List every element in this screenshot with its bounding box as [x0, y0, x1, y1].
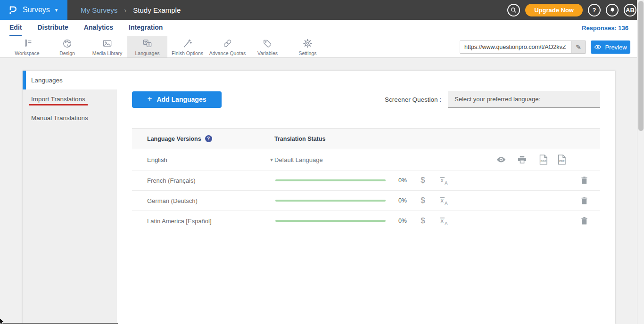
svg-text:A: A	[148, 42, 150, 47]
translation-percent: 0%	[389, 218, 407, 224]
responses-count-link[interactable]: Responses: 136	[582, 24, 628, 32]
breadcrumb-current: Study Example	[133, 6, 181, 14]
column-translation-status: Translation Status	[274, 136, 325, 142]
add-languages-button[interactable]: + Add Languages	[132, 91, 222, 108]
red-annotation-underline	[29, 104, 88, 105]
eye-icon	[496, 157, 506, 163]
paid-translation-button[interactable]: $	[419, 176, 427, 185]
tab-integration[interactable]: Integration	[129, 20, 163, 36]
user-avatar[interactable]: AB	[624, 4, 636, 16]
chevron-right-icon: ›	[124, 6, 126, 14]
questionpro-logo-icon	[7, 4, 18, 16]
palette-icon	[61, 38, 73, 49]
search-button[interactable]	[507, 4, 520, 16]
pencil-icon: ✎	[576, 43, 581, 51]
language-versions-table: Language Versions ? Translation Status E…	[132, 128, 600, 231]
table-row-french: French (Français) 0% $ x A	[132, 170, 600, 191]
scrollbar-thumb[interactable]	[638, 1, 644, 131]
notifications-button[interactable]	[606, 4, 619, 16]
toolbar-item-advance-quotas[interactable]: Advance Quotas	[207, 36, 248, 57]
edit-toolbar: Workspace Design Media Library	[0, 36, 644, 58]
trash-icon	[581, 196, 588, 205]
toolbar-item-settings[interactable]: Settings	[288, 36, 328, 57]
toolbar-item-workspace[interactable]: Workspace	[7, 36, 47, 57]
survey-url-field[interactable]: https://www.questionpro.com/t/AO2kvZ ✎	[460, 40, 586, 54]
pdf-file-icon: PDF	[557, 154, 566, 165]
sidebar-item-languages[interactable]: Languages	[23, 71, 117, 89]
page-background: Languages Import Translations Manual Tra…	[0, 58, 644, 324]
sidebar-item-manual-translations[interactable]: Manual Translations	[23, 108, 117, 127]
view-button[interactable]	[496, 157, 506, 163]
help-button[interactable]: ?	[588, 4, 601, 16]
paid-translation-button[interactable]: $	[419, 196, 427, 205]
translate-icon: x A	[439, 196, 449, 205]
translation-progress-bar	[275, 179, 386, 181]
language-name: Latin America [Español]	[147, 218, 212, 225]
magic-wand-icon	[182, 38, 193, 49]
workspace-icon	[21, 38, 33, 49]
delete-language-button[interactable]	[580, 176, 588, 185]
trash-icon	[581, 217, 588, 225]
toolbar-item-languages[interactable]: A Languages	[127, 36, 167, 57]
table-header-row: Language Versions ? Translation Status	[132, 128, 600, 149]
caret-down-icon[interactable]: ▾	[270, 156, 273, 163]
delete-language-button[interactable]	[580, 196, 588, 205]
table-row-german: German (Deutsch) 0% $ x A	[132, 191, 600, 211]
auto-translate-button[interactable]: x A	[438, 216, 449, 226]
tab-distribute[interactable]: Distribute	[37, 20, 68, 36]
delete-language-button[interactable]	[580, 217, 588, 225]
auto-translate-button[interactable]: x A	[438, 176, 449, 185]
print-button[interactable]	[517, 156, 527, 164]
page-scrollbar[interactable]	[637, 0, 644, 324]
breadcrumb-my-surveys[interactable]: My Surveys	[81, 6, 117, 14]
mouse-cursor	[0, 318, 5, 324]
toolbar-item-finish-options[interactable]: Finish Options	[167, 36, 207, 57]
breadcrumb-bar: My Surveys › Study Example Upgrade Now ?	[67, 0, 644, 20]
actions-row: + Add Languages Screener Question : Sele…	[132, 91, 600, 108]
help-icon: ?	[593, 7, 596, 14]
help-tooltip-icon[interactable]: ?	[205, 135, 212, 142]
toolbar-item-design[interactable]: Design	[47, 36, 87, 57]
svg-text:A: A	[444, 180, 447, 185]
svg-text:DOC: DOC	[541, 160, 546, 162]
paid-translation-button[interactable]: $	[419, 216, 427, 226]
screener-question-group: Screener Question : Select your preferre…	[385, 91, 600, 108]
language-name[interactable]: English	[147, 156, 167, 163]
toolbar-item-variables[interactable]: Variables	[248, 36, 288, 57]
survey-nav-tabs: Edit Distribute Analytics Integration Re…	[0, 20, 644, 36]
tab-edit[interactable]: Edit	[9, 20, 22, 36]
language-name: German (Deutsch)	[147, 197, 198, 204]
doc-file-icon: DOC	[539, 154, 548, 165]
export-doc-button[interactable]: DOC	[539, 154, 548, 165]
plus-icon: +	[148, 94, 152, 104]
eye-icon	[594, 45, 602, 49]
bell-icon	[609, 6, 616, 14]
screener-question-label: Screener Question :	[385, 96, 441, 103]
screener-question-select[interactable]: Select your preferred language:	[448, 91, 600, 108]
edit-url-button[interactable]: ✎	[571, 41, 586, 53]
translation-percent: 0%	[389, 197, 407, 204]
svg-text:PDF: PDF	[559, 160, 565, 162]
default-language-label: Default Language	[274, 156, 323, 163]
image-icon	[101, 38, 113, 49]
upgrade-now-button[interactable]: Upgrade Now	[525, 4, 583, 16]
export-pdf-button[interactable]: PDF	[557, 154, 566, 165]
translation-percent: 0%	[389, 177, 407, 184]
toolbar-item-media-library[interactable]: Media Library	[87, 36, 127, 57]
preview-button[interactable]: Preview	[591, 40, 630, 54]
languages-panel: Languages Import Translations Manual Tra…	[23, 71, 615, 324]
tab-analytics[interactable]: Analytics	[84, 20, 113, 36]
surveys-menu-button[interactable]: Surveys ▾	[0, 0, 67, 20]
translate-icon: A	[141, 38, 153, 49]
svg-text:x: x	[440, 218, 444, 224]
translate-icon: x A	[439, 176, 449, 185]
caret-down-icon: ▾	[55, 7, 58, 13]
survey-url-value: https://www.questionpro.com/t/AO2kvZ	[460, 41, 571, 53]
sidebar-item-import-translations[interactable]: Import Translations	[23, 89, 117, 108]
auto-translate-button[interactable]: x A	[438, 196, 449, 205]
column-language-versions: Language Versions ?	[132, 135, 274, 142]
languages-content: + Add Languages Screener Question : Sele…	[117, 71, 615, 324]
breadcrumb: My Surveys › Study Example	[81, 6, 181, 14]
printer-icon	[518, 156, 527, 164]
languages-sidebar: Languages Import Translations Manual Tra…	[23, 71, 117, 324]
